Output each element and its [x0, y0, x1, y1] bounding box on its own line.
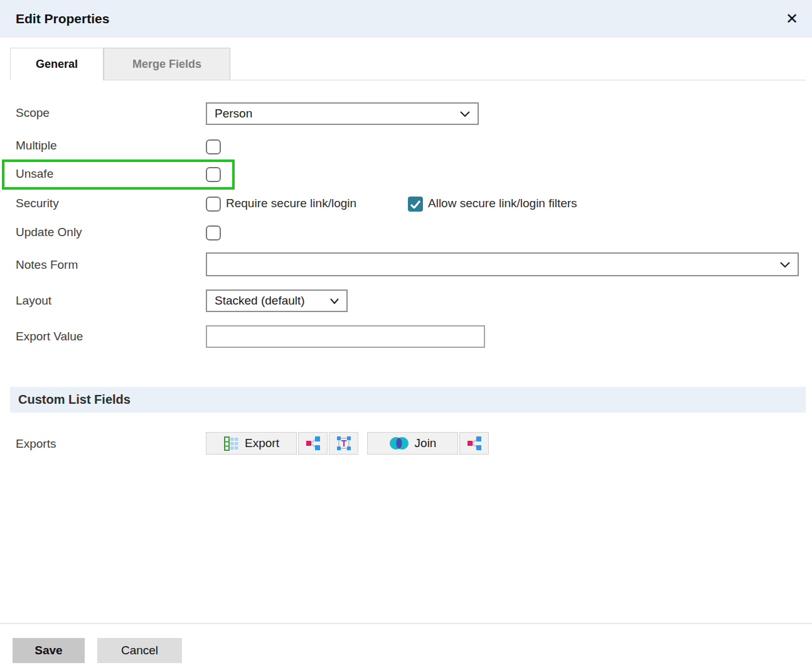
- chevron-down-icon: [330, 298, 339, 304]
- export-branch-button[interactable]: [298, 432, 328, 455]
- join-button-group: Join: [367, 432, 489, 455]
- security-label: Security: [16, 197, 59, 210]
- join-button[interactable]: Join: [367, 432, 458, 455]
- require-secure-link-checkbox[interactable]: [206, 197, 221, 212]
- save-button[interactable]: Save: [13, 638, 85, 663]
- layout-select[interactable]: Stacked (default): [206, 289, 348, 312]
- join-button-label: Join: [415, 436, 437, 450]
- unsafe-checkbox[interactable]: [206, 167, 221, 182]
- multiple-label: Multiple: [16, 139, 56, 153]
- scope-select-value: Person: [215, 107, 252, 121]
- multiple-checkbox[interactable]: [206, 139, 221, 154]
- dialog-title: Edit Properties: [0, 11, 109, 26]
- chevron-down-icon: [780, 262, 790, 267]
- branch-icon: [306, 436, 321, 451]
- text-frame-icon: T: [336, 436, 351, 451]
- allow-secure-link-label: Allow secure link/login filters: [428, 197, 577, 210]
- section-title: Custom List Fields: [10, 392, 131, 407]
- exports-label: Exports: [16, 437, 56, 451]
- export-button-label: Export: [245, 436, 279, 450]
- cancel-button[interactable]: Cancel: [97, 638, 182, 663]
- dialog-titlebar: Edit Properties ✕: [0, 0, 812, 38]
- check-icon: [410, 200, 420, 208]
- export-value-label: Export Value: [16, 330, 83, 343]
- tab-general[interactable]: General: [10, 48, 104, 81]
- branch-icon: [467, 436, 482, 451]
- update-only-checkbox[interactable]: [206, 225, 221, 240]
- svg-text:T: T: [341, 438, 346, 448]
- table-icon: [223, 436, 239, 451]
- update-only-label: Update Only: [16, 225, 82, 239]
- scope-select[interactable]: Person: [206, 102, 479, 125]
- scope-label: Scope: [16, 106, 50, 120]
- venn-icon: [389, 436, 409, 450]
- notes-form-select[interactable]: [206, 252, 799, 276]
- layout-label: Layout: [16, 294, 51, 308]
- notes-form-label: Notes Form: [16, 258, 78, 272]
- require-secure-link-label: Require secure link/login: [226, 197, 356, 210]
- tab-bar: General Merge Fields: [10, 48, 806, 80]
- export-button[interactable]: Export: [206, 432, 297, 455]
- custom-list-fields-header: Custom List Fields: [10, 387, 806, 413]
- close-icon[interactable]: ✕: [782, 9, 802, 29]
- unsafe-label: Unsafe: [16, 167, 53, 181]
- tab-merge-fields[interactable]: Merge Fields: [104, 48, 230, 80]
- edit-properties-dialog: Edit Properties ✕ General Merge Fields S…: [0, 0, 812, 670]
- footer-divider: [0, 623, 812, 624]
- export-text-frame-button[interactable]: T: [329, 432, 358, 455]
- join-branch-button[interactable]: [459, 432, 489, 455]
- chevron-down-icon: [460, 111, 470, 117]
- export-value-input[interactable]: [206, 325, 485, 348]
- layout-select-value: Stacked (default): [215, 294, 305, 308]
- allow-secure-link-checkbox[interactable]: [408, 197, 423, 212]
- export-button-group: Export T: [206, 432, 358, 455]
